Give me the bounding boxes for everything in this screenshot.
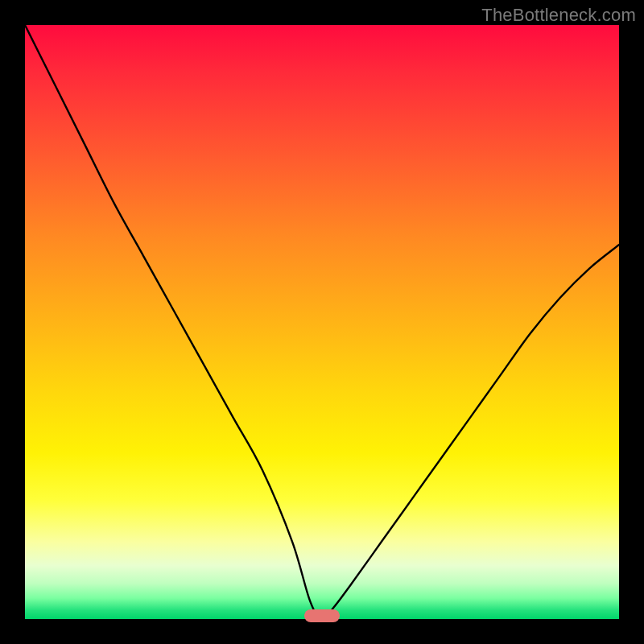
bottleneck-curve (25, 25, 619, 619)
watermark-text: TheBottleneck.com (481, 5, 636, 26)
chart-frame: TheBottleneck.com (0, 0, 644, 644)
plot-area (25, 25, 619, 619)
optimum-marker (304, 609, 340, 622)
